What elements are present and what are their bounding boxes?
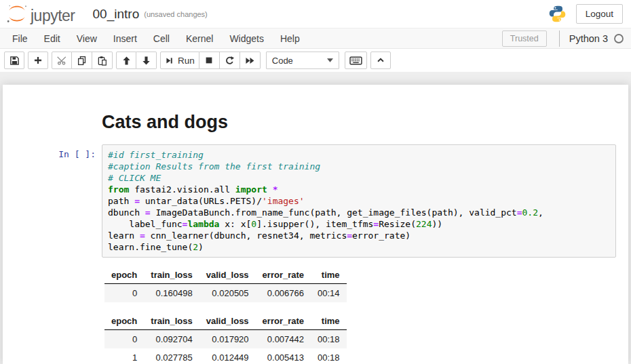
column-header: train_loss: [144, 267, 199, 284]
interrupt-kernel-button[interactable]: [199, 52, 220, 69]
code-token: learn.fine_tune(: [108, 242, 193, 252]
table-cell: 0.005413: [256, 348, 311, 364]
menu-file[interactable]: File: [4, 28, 36, 48]
table-cell: 0.160498: [144, 284, 199, 303]
table-cell: 0.020505: [199, 284, 256, 303]
code-token: ImageDataBunch.from_name_func(path, get_…: [151, 207, 517, 218]
plus-icon: [33, 56, 43, 65]
code-line: learn.fine_tune(2): [108, 241, 610, 253]
add-cell-button[interactable]: [28, 52, 48, 69]
arrow-down-icon: [141, 56, 151, 66]
logout-button[interactable]: Logout: [576, 4, 623, 24]
code-input-area[interactable]: #id first_training#caption Results from …: [102, 144, 616, 258]
stop-icon: [204, 56, 214, 65]
code-line: dbunch = ImageDataBunch.from_name_func(p…: [108, 207, 610, 218]
table-cell: 1: [104, 348, 144, 364]
table-cell: 00:14: [311, 284, 347, 303]
code-token: *: [273, 184, 278, 195]
jupyter-logo-icon: [5, 3, 28, 26]
column-header: time: [311, 267, 347, 284]
code-token: ,: [538, 207, 543, 218]
code-token: 'images': [262, 196, 305, 206]
code-token: from: [108, 184, 129, 195]
column-header: error_rate: [256, 267, 311, 284]
table-header-row: epochtrain_lossvalid_losserror_ratetime: [104, 313, 347, 330]
code-token: 0.2: [522, 207, 538, 218]
table-header-row: epochtrain_lossvalid_losserror_ratetime: [104, 267, 347, 284]
code-token: #caption Results from the first training: [108, 161, 320, 171]
code-token: #id first_training: [108, 150, 204, 160]
collapse-toolbar-button[interactable]: [370, 52, 391, 69]
code-token: =: [373, 219, 379, 229]
code-token: 2: [193, 242, 198, 252]
trusted-button[interactable]: Trusted: [502, 31, 547, 47]
code-line: #id first_training: [108, 149, 610, 161]
code-token: 0: [251, 219, 256, 229]
menu-view[interactable]: View: [69, 28, 105, 48]
floppy-icon: [9, 56, 20, 66]
table-row: 00.0927040.0179200.00744200:18: [104, 330, 347, 349]
move-cell-down-button[interactable]: [136, 52, 157, 69]
menu-widgets[interactable]: Widgets: [221, 28, 272, 48]
code-token: =: [140, 230, 145, 241]
table-cell: 00:18: [311, 348, 347, 364]
menu-help[interactable]: Help: [272, 28, 308, 48]
code-cell[interactable]: In [ ]: #id first_training#caption Resul…: [3, 144, 628, 258]
save-button[interactable]: [4, 52, 24, 69]
markdown-cell[interactable]: Cats and dogs: [3, 112, 628, 133]
code-token: lambda: [187, 219, 219, 229]
code-token: path: [108, 196, 134, 206]
command-palette-button[interactable]: [345, 52, 367, 69]
jupyter-logo[interactable]: jupyter: [5, 3, 75, 26]
code-line: learn = cnn_learner(dbunch, resnet34, me…: [108, 230, 610, 241]
jupyter-logo-text: jupyter: [31, 5, 75, 26]
paste-icon: [97, 56, 107, 66]
table-row: 10.0277850.0124490.00541300:18: [104, 348, 347, 364]
checkpoint-status: (unsaved changes): [144, 5, 208, 23]
table-cell: 0.007442: [256, 330, 311, 349]
restart-run-all-button[interactable]: [240, 52, 261, 69]
code-line: label_func=lambda x: x[0].isupper(), ite…: [108, 218, 610, 230]
code-line: path = untar_data(URLs.PETS)/'images': [108, 195, 610, 207]
code-line: #caption Results from the first training: [108, 161, 610, 172]
run-button[interactable]: Run: [160, 52, 199, 69]
code-token: =: [517, 207, 522, 218]
copy-icon: [77, 56, 87, 66]
move-cell-up-button[interactable]: [116, 52, 136, 69]
restart-kernel-button[interactable]: [220, 52, 240, 69]
run-button-label: Run: [178, 56, 195, 66]
cell-type-dropdown[interactable]: Code: [266, 52, 339, 69]
training-results-table-1: epochtrain_lossvalid_losserror_ratetime0…: [104, 267, 628, 302]
menu-cell[interactable]: Cell: [145, 28, 178, 48]
column-header: valid_loss: [199, 313, 256, 330]
code-token: ].isupper(), item_tfms: [256, 219, 373, 229]
table-cell: 0.006766: [256, 284, 311, 303]
notebook-title[interactable]: 00_intro: [93, 4, 140, 24]
code-token: fastai2.vision.all: [129, 184, 235, 195]
dataframe-table: epochtrain_lossvalid_losserror_ratetime0…: [104, 313, 347, 364]
code-token: ): [198, 242, 204, 252]
code-token: Resize(: [379, 219, 416, 229]
column-header: error_rate: [256, 313, 311, 330]
paste-cell-button[interactable]: [92, 52, 113, 69]
menu-edit[interactable]: Edit: [36, 28, 69, 48]
header-bar: jupyter 00_intro (unsaved changes) Logou…: [0, 0, 631, 28]
table-cell: 0.027785: [144, 348, 199, 364]
restart-icon: [225, 56, 235, 66]
copy-cell-button[interactable]: [72, 52, 92, 69]
table-row: 00.1604980.0205050.00676600:14: [104, 284, 347, 303]
code-token: dbunch: [108, 207, 145, 218]
column-header: epoch: [104, 313, 144, 330]
python-icon: [548, 5, 567, 23]
menu-insert[interactable]: Insert: [105, 28, 145, 48]
code-token: error_rate): [352, 230, 410, 241]
column-header: train_loss: [144, 313, 199, 330]
menu-kernel[interactable]: Kernel: [178, 28, 221, 48]
code-token: 224: [416, 219, 432, 229]
scissors-icon: [57, 56, 67, 66]
chevron-up-icon: [376, 56, 385, 65]
code-line: from fastai2.vision.all import *: [108, 184, 610, 195]
kernel-name: Python 3: [569, 33, 608, 44]
code-token: =: [347, 230, 352, 241]
cut-cell-button[interactable]: [52, 52, 72, 69]
